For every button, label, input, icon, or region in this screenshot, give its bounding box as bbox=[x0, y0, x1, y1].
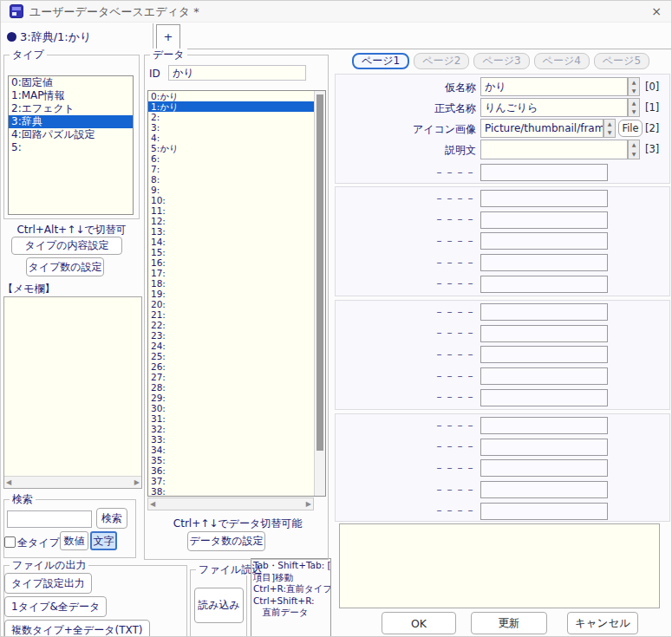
data-list-item[interactable]: 35: bbox=[148, 455, 325, 465]
data-list-item[interactable]: 13: bbox=[148, 226, 325, 237]
page-tab[interactable]: ページ3 bbox=[473, 53, 529, 69]
page-tab[interactable]: ページ1 bbox=[352, 53, 409, 69]
field-input-empty[interactable] bbox=[480, 481, 608, 498]
data-list-item[interactable]: 30: bbox=[148, 403, 325, 413]
file-output-button[interactable]: 複数タイプ+全データ(TXT) bbox=[4, 620, 150, 637]
field-input-empty[interactable] bbox=[480, 232, 608, 250]
scrollbar-thumb[interactable] bbox=[316, 94, 323, 451]
type-count-settings-button[interactable]: タイプ数の設定 bbox=[26, 257, 104, 276]
data-list-item[interactable]: 6: bbox=[148, 153, 325, 164]
data-list-item[interactable]: 20: bbox=[148, 299, 325, 309]
data-list-horizontal-scrollbar[interactable]: ◀ ▶ bbox=[147, 497, 314, 510]
data-list-item[interactable]: 10: bbox=[148, 195, 325, 205]
active-tab[interactable]: 3:辞典/1:かり bbox=[20, 29, 91, 45]
type-list-item[interactable]: 4:回路パズル設定 bbox=[9, 128, 133, 141]
spinner-control[interactable]: ▲▼ bbox=[628, 77, 640, 96]
ok-button[interactable]: OK bbox=[382, 612, 456, 634]
data-list-item[interactable]: 19: bbox=[148, 289, 325, 299]
data-list-item[interactable]: 4: bbox=[148, 133, 325, 143]
spinner-control[interactable]: ▲▼ bbox=[628, 140, 640, 159]
type-list-item[interactable]: 1:MAP情報 bbox=[9, 89, 133, 102]
data-list-item[interactable]: 29: bbox=[148, 393, 325, 403]
data-list-item[interactable]: 15: bbox=[148, 247, 325, 257]
data-list-item[interactable]: 7: bbox=[148, 164, 325, 174]
field-input-empty[interactable] bbox=[480, 459, 608, 477]
data-list-item[interactable]: 33: bbox=[148, 434, 325, 445]
field-input[interactable] bbox=[480, 140, 628, 159]
field-input[interactable]: りんごりら bbox=[480, 98, 628, 117]
memo-textarea[interactable]: ◀ ▶ bbox=[3, 296, 142, 489]
data-list-item[interactable]: 22: bbox=[148, 320, 325, 330]
data-list-item[interactable]: 31: bbox=[148, 413, 325, 424]
page-tab[interactable]: ページ5 bbox=[594, 53, 649, 69]
entry-memo-textarea[interactable] bbox=[339, 523, 660, 608]
field-input-empty[interactable] bbox=[480, 190, 608, 207]
data-list-item[interactable]: 21: bbox=[148, 309, 325, 320]
close-icon[interactable]: × bbox=[642, 1, 671, 22]
field-input-empty[interactable] bbox=[480, 389, 608, 406]
field-input-empty[interactable] bbox=[480, 303, 608, 321]
data-list-item[interactable]: 23: bbox=[148, 330, 325, 341]
id-input[interactable]: かり bbox=[168, 65, 306, 81]
update-button[interactable]: 更新 bbox=[471, 612, 547, 634]
data-count-settings-button[interactable]: データ数の設定 bbox=[187, 531, 265, 551]
cancel-button[interactable]: キャンセル bbox=[567, 612, 638, 634]
scroll-right-icon[interactable]: ▶ bbox=[134, 479, 140, 486]
data-list-item[interactable]: 26: bbox=[148, 361, 325, 372]
field-input-empty[interactable] bbox=[480, 439, 608, 456]
data-list-item[interactable]: 27: bbox=[148, 372, 325, 382]
numeric-search-button[interactable]: 数値 bbox=[60, 531, 88, 550]
field-input[interactable]: かり bbox=[480, 77, 628, 96]
data-list-item[interactable]: 0:かり bbox=[148, 91, 325, 101]
search-input[interactable] bbox=[7, 510, 92, 528]
field-input-empty[interactable] bbox=[480, 346, 608, 363]
field-input-empty[interactable] bbox=[480, 276, 608, 293]
data-list[interactable]: 0:かり1:かり2:3:4:5:かり6:7:8:9:10:11:12:13:14… bbox=[147, 90, 326, 497]
search-button[interactable]: 検索 bbox=[96, 508, 127, 529]
type-content-settings-button[interactable]: タイプの内容設定 bbox=[11, 237, 122, 255]
page-tab[interactable]: ページ2 bbox=[414, 53, 469, 69]
type-list[interactable]: 0:固定値1:MAP情報2:エフェクト3:辞典4:回路パズル設定5: bbox=[8, 75, 134, 215]
field-input-empty[interactable] bbox=[480, 367, 608, 385]
data-list-item[interactable]: 38: bbox=[148, 486, 325, 497]
type-list-item[interactable]: 0:固定値 bbox=[9, 76, 133, 89]
type-list-item[interactable]: 5: bbox=[9, 141, 133, 154]
data-list-item[interactable]: 17: bbox=[148, 268, 325, 278]
data-list-item[interactable]: 2: bbox=[148, 112, 325, 122]
data-list-item[interactable]: 9: bbox=[148, 185, 325, 195]
field-input-empty[interactable] bbox=[480, 254, 608, 271]
field-input-empty[interactable] bbox=[480, 211, 608, 229]
data-list-item[interactable]: 34: bbox=[148, 445, 325, 455]
all-types-checkbox[interactable] bbox=[4, 536, 16, 548]
data-list-item[interactable]: 11: bbox=[148, 205, 325, 216]
file-output-button[interactable]: 1タイプ&全データ bbox=[4, 596, 107, 617]
field-input-empty[interactable] bbox=[480, 325, 608, 342]
field-input[interactable]: Picture/thumbnail/framed_a bbox=[480, 119, 603, 138]
field-input-empty[interactable] bbox=[480, 164, 608, 181]
field-input-empty[interactable] bbox=[480, 417, 608, 434]
scroll-right-icon[interactable]: ▶ bbox=[306, 501, 311, 508]
type-list-item[interactable]: 3:辞典 bbox=[9, 115, 133, 128]
data-list-item[interactable]: 16: bbox=[148, 257, 325, 268]
scroll-left-icon[interactable]: ◀ bbox=[6, 479, 11, 486]
field-input-empty[interactable] bbox=[480, 503, 608, 520]
data-list-item[interactable]: 32: bbox=[148, 424, 325, 434]
add-tab-button[interactable]: + bbox=[156, 24, 180, 49]
data-list-item[interactable]: 36: bbox=[148, 465, 325, 476]
memo-horizontal-scrollbar[interactable]: ◀ ▶ bbox=[4, 476, 141, 488]
type-list-item[interactable]: 2:エフェクト bbox=[9, 102, 133, 115]
data-list-item[interactable]: 28: bbox=[148, 382, 325, 393]
data-list-item[interactable]: 37: bbox=[148, 476, 325, 486]
spinner-control[interactable]: ▲▼ bbox=[603, 119, 616, 138]
data-list-item[interactable]: 14: bbox=[148, 237, 325, 247]
page-tab[interactable]: ページ4 bbox=[534, 53, 590, 69]
load-file-button[interactable]: 読み込み bbox=[194, 588, 244, 623]
data-list-item[interactable]: 3: bbox=[148, 122, 325, 133]
data-list-item[interactable]: 8: bbox=[148, 174, 325, 185]
data-list-item[interactable]: 25: bbox=[148, 351, 325, 361]
data-list-item[interactable]: 5:かり bbox=[148, 143, 325, 153]
spinner-control[interactable]: ▲▼ bbox=[628, 98, 640, 117]
scroll-left-icon[interactable]: ◀ bbox=[150, 501, 155, 508]
data-list-vertical-scrollbar[interactable] bbox=[314, 91, 325, 496]
data-list-item[interactable]: 18: bbox=[148, 278, 325, 289]
